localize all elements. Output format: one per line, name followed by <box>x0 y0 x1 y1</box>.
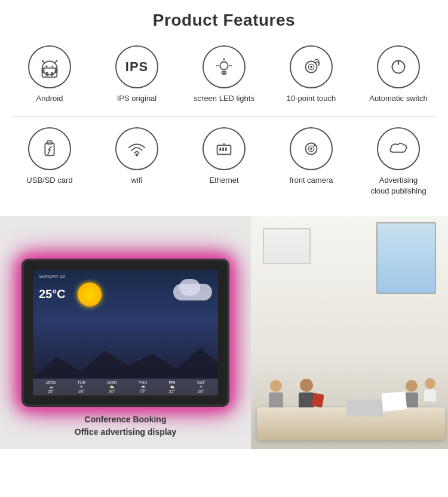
meeting-scene <box>251 216 448 449</box>
caption-line2: Office advertising display <box>75 426 176 438</box>
bottom-caption: Conference Booking Office advertising di… <box>75 413 176 438</box>
feature-wifi: wifi <box>98 127 176 186</box>
svg-point-2 <box>42 60 44 62</box>
touch-icon-circle <box>290 45 333 88</box>
ips-icon: IPS <box>125 59 148 75</box>
svg-rect-30 <box>222 148 224 151</box>
caption-line1: Conference Booking <box>75 413 176 426</box>
led-icon-circle <box>202 45 246 88</box>
whiteboard <box>263 228 311 264</box>
cloud-icon-circle <box>377 127 420 170</box>
android-icon <box>38 56 61 78</box>
bottom-section: SUNDAY 18 25°C MON☁25° TUE <box>0 216 448 449</box>
svg-rect-31 <box>225 148 227 151</box>
svg-point-35 <box>310 148 312 150</box>
ips-icon-circle: IPS <box>115 45 158 88</box>
svg-point-22 <box>310 66 312 68</box>
bottom-right-panel <box>251 216 448 449</box>
feature-camera: front camera <box>272 127 350 186</box>
wifi-icon-circle <box>115 127 158 170</box>
feature-cloud: Advertising cloud publishing <box>360 127 437 197</box>
svg-point-10 <box>46 66 48 68</box>
device-screen: SUNDAY 18 25°C MON☁25° TUE <box>24 261 227 404</box>
svg-point-36 <box>314 145 315 146</box>
feature-switch: Automatic switch <box>360 45 437 104</box>
camera-icon-circle <box>290 127 333 170</box>
switch-icon <box>387 56 410 78</box>
feature-ips: IPS IPS original <box>98 45 176 104</box>
bottom-left-panel: SUNDAY 18 25°C MON☁25° TUE <box>0 216 251 449</box>
camera-icon <box>300 137 323 160</box>
feature-led: screen LED lights <box>185 45 263 104</box>
wifi-icon <box>125 137 148 160</box>
touch-icon <box>300 56 323 78</box>
feature-android-label: Android <box>36 93 63 104</box>
switch-icon-circle <box>377 45 420 88</box>
feature-wifi-label: wifi <box>131 175 143 186</box>
features-row-1: Android IPS IPS original <box>6 39 442 113</box>
cloud-icon <box>387 137 410 160</box>
feature-led-label: screen LED lights <box>194 93 254 104</box>
feature-usb-label: USB/SD card <box>26 175 72 186</box>
svg-point-27 <box>136 154 139 157</box>
svg-rect-29 <box>219 148 221 151</box>
screen-display: SUNDAY 18 25°C MON☁25° TUE <box>33 270 218 395</box>
feature-touch: 10-point touch <box>272 45 350 104</box>
features-row-2: USB/SD card wifi <box>6 121 442 206</box>
feature-ips-label: IPS original <box>117 93 157 104</box>
features-section: Android IPS IPS original <box>0 39 448 213</box>
feature-touch-label: 10-point touch <box>287 93 336 104</box>
svg-point-11 <box>51 66 53 68</box>
feature-android: Android <box>11 45 88 104</box>
svg-point-13 <box>220 62 228 69</box>
svg-rect-26 <box>47 141 52 145</box>
page-title: Product Features <box>0 0 448 39</box>
feature-usb: USB/SD card <box>11 127 88 186</box>
ethernet-icon-circle <box>202 127 246 170</box>
feature-ethernet-label: Ethernet <box>209 175 238 186</box>
section-divider <box>12 116 436 116</box>
ethernet-icon <box>213 137 235 160</box>
window-bg <box>376 222 436 294</box>
android-icon-circle <box>28 45 71 88</box>
svg-point-4 <box>56 60 57 62</box>
mountain-silhouette <box>33 345 218 378</box>
feature-switch-label: Automatic switch <box>369 93 428 104</box>
feature-cloud-label: Advertising cloud publishing <box>370 175 426 197</box>
led-icon <box>213 56 235 78</box>
usb-icon <box>38 137 61 160</box>
feature-ethernet: Ethernet <box>185 127 263 186</box>
usb-icon-circle <box>28 127 71 170</box>
feature-camera-label: front camera <box>290 175 333 186</box>
